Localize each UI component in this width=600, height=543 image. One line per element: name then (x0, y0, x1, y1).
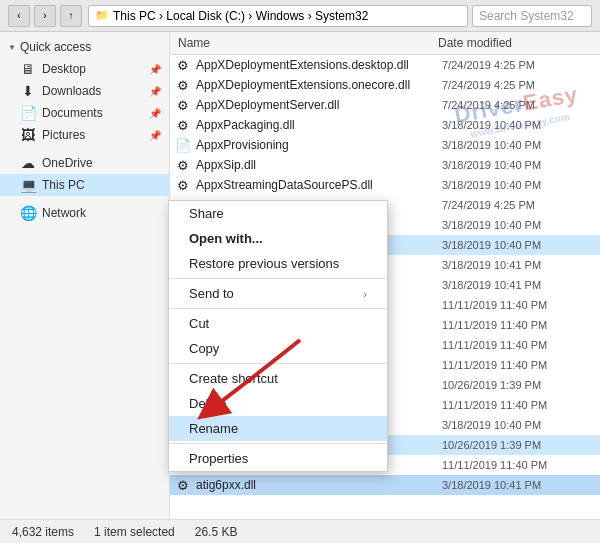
search-bar[interactable]: Search System32 (472, 5, 592, 27)
file-name: AppXDeploymentExtensions.desktop.dll (196, 58, 434, 72)
context-menu-item-send_to[interactable]: Send to› (169, 281, 387, 306)
network-icon: 🌐 (20, 205, 36, 221)
address-text: This PC › Local Disk (C:) › Windows › Sy… (113, 9, 368, 23)
context-menu-item-copy[interactable]: Copy (169, 336, 387, 361)
file-date: 3/18/2019 10:40 PM (434, 239, 600, 251)
title-bar: ‹ › ↑ 📁 This PC › Local Disk (C:) › Wind… (0, 0, 600, 32)
file-icon: ⚙ (174, 116, 192, 134)
file-name: AppxPackaging.dll (196, 118, 434, 132)
file-date: 3/18/2019 10:41 PM (434, 279, 600, 291)
sidebar-item-downloads[interactable]: ⬇ Downloads 📌 (0, 80, 169, 102)
context-menu-item-open_with[interactable]: Open with... (169, 226, 387, 251)
forward-button[interactable]: › (34, 5, 56, 27)
file-date: 11/11/2019 11:40 PM (434, 299, 600, 311)
sidebar-item-onedrive[interactable]: ☁ OneDrive (0, 152, 169, 174)
context-menu-separator (169, 278, 387, 279)
file-date: 3/18/2019 10:41 PM (434, 479, 600, 491)
context-menu-item-restore[interactable]: Restore previous versions (169, 251, 387, 276)
context-menu-item-properties[interactable]: Properties (169, 446, 387, 471)
ctx-label: Send to (189, 286, 234, 301)
file-icon: ⚙ (174, 76, 192, 94)
this-pc-label: This PC (42, 178, 161, 192)
file-icon: ⚙ (174, 56, 192, 74)
ctx-label: Share (189, 206, 224, 221)
context-menu: ShareOpen with...Restore previous versio… (168, 200, 388, 472)
file-date: 11/11/2019 11:40 PM (434, 319, 600, 331)
file-icon: ⚙ (174, 476, 192, 494)
downloads-pin: 📌 (149, 86, 161, 97)
up-button[interactable]: ↑ (60, 5, 82, 27)
sidebar: ▼ Quick access 🖥 Desktop 📌 ⬇ Downloads 📌… (0, 32, 170, 519)
file-name: AppXDeploymentExtensions.onecore.dll (196, 78, 434, 92)
context-menu-separator (169, 363, 387, 364)
file-date: 7/24/2019 4:25 PM (434, 99, 600, 111)
submenu-arrow-icon: › (363, 288, 367, 300)
onedrive-label: OneDrive (42, 156, 161, 170)
file-date: 11/11/2019 11:40 PM (434, 359, 600, 371)
file-icon: ⚙ (174, 176, 192, 194)
file-date: 11/11/2019 11:40 PM (434, 339, 600, 351)
context-menu-item-share[interactable]: Share (169, 201, 387, 226)
file-row[interactable]: ⚙ AppxStreamingDataSourcePS.dll 3/18/201… (170, 175, 600, 195)
downloads-icon: ⬇ (20, 83, 36, 99)
ctx-label: Copy (189, 341, 219, 356)
quick-access-chevron: ▼ (8, 43, 16, 52)
file-date: 7/24/2019 4:25 PM (434, 199, 600, 211)
selected-info: 1 item selected (94, 525, 175, 539)
search-placeholder: Search System32 (479, 9, 574, 23)
ctx-label: Cut (189, 316, 209, 331)
file-name: AppxSip.dll (196, 158, 434, 172)
sidebar-item-pictures[interactable]: 🖼 Pictures 📌 (0, 124, 169, 146)
file-date: 10/26/2019 1:39 PM (434, 439, 600, 451)
file-row[interactable]: ⚙ AppXDeploymentExtensions.desktop.dll 7… (170, 55, 600, 75)
context-menu-item-delete[interactable]: Delete (169, 391, 387, 416)
file-header: Name Date modified (170, 32, 600, 55)
ctx-label: Open with... (189, 231, 263, 246)
back-button[interactable]: ‹ (8, 5, 30, 27)
context-menu-item-cut[interactable]: Cut (169, 311, 387, 336)
file-name: AppXDeploymentServer.dll (196, 98, 434, 112)
ctx-label: Delete (189, 396, 227, 411)
desktop-pin: 📌 (149, 64, 161, 75)
file-row[interactable]: ⚙ AppXDeploymentServer.dll 7/24/2019 4:2… (170, 95, 600, 115)
file-icon: ⚙ (174, 96, 192, 114)
sidebar-item-this-pc[interactable]: 💻 This PC (0, 174, 169, 196)
file-date: 7/24/2019 4:25 PM (434, 59, 600, 71)
nav-buttons: ‹ › ↑ (8, 5, 82, 27)
item-count: 4,632 items (12, 525, 74, 539)
pictures-pin: 📌 (149, 130, 161, 141)
ctx-label: Properties (189, 451, 248, 466)
desktop-icon: 🖥 (20, 61, 36, 77)
sidebar-item-desktop[interactable]: 🖥 Desktop 📌 (0, 58, 169, 80)
documents-label: Documents (42, 106, 147, 120)
file-row[interactable]: ⚙ AppxSip.dll 3/18/2019 10:40 PM (170, 155, 600, 175)
file-size: 26.5 KB (195, 525, 238, 539)
context-menu-separator (169, 308, 387, 309)
file-row[interactable]: ⚙ atig6pxx.dll 3/18/2019 10:41 PM (170, 475, 600, 495)
address-folder-icon: 📁 (95, 9, 109, 22)
file-date: 3/18/2019 10:40 PM (434, 219, 600, 231)
downloads-label: Downloads (42, 84, 147, 98)
context-menu-item-rename[interactable]: Rename (169, 416, 387, 441)
network-label: Network (42, 206, 161, 220)
file-row[interactable]: ⚙ AppXDeploymentExtensions.onecore.dll 7… (170, 75, 600, 95)
sidebar-item-documents[interactable]: 📄 Documents 📌 (0, 102, 169, 124)
address-bar[interactable]: 📁 This PC › Local Disk (C:) › Windows › … (88, 5, 468, 27)
file-row[interactable]: 📄 AppxProvisioning 3/18/2019 10:40 PM (170, 135, 600, 155)
quick-access-header[interactable]: ▼ Quick access (0, 36, 169, 58)
sidebar-item-network[interactable]: 🌐 Network (0, 202, 169, 224)
file-name: atig6pxx.dll (196, 478, 434, 492)
col-name: Name (170, 34, 430, 52)
file-name: AppxProvisioning (196, 138, 434, 152)
context-menu-separator (169, 443, 387, 444)
file-date: 10/26/2019 1:39 PM (434, 379, 600, 391)
file-date: 3/18/2019 10:41 PM (434, 259, 600, 271)
desktop-label: Desktop (42, 62, 147, 76)
file-row[interactable]: ⚙ AppxPackaging.dll 3/18/2019 10:40 PM (170, 115, 600, 135)
file-name: AppxStreamingDataSourcePS.dll (196, 178, 434, 192)
col-date: Date modified (430, 34, 600, 52)
pictures-label: Pictures (42, 128, 147, 142)
status-bar: 4,632 items 1 item selected 26.5 KB (0, 519, 600, 543)
context-menu-item-create_shortcut[interactable]: Create shortcut (169, 366, 387, 391)
documents-icon: 📄 (20, 105, 36, 121)
